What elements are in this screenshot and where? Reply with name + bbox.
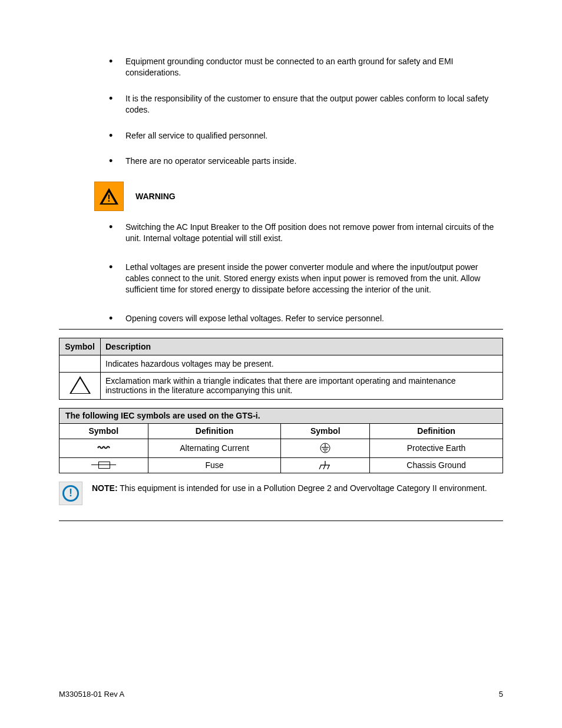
note-label: NOTE: [92,483,118,493]
def-cell: Alternating Current [148,439,281,457]
bullet-group-1: Equipment grounding conductor must be co… [109,56,503,167]
note-block: ! NOTE: This equipment is intended for u… [59,482,503,505]
triangle-icon [70,376,91,394]
footer-page-number: 5 [499,690,503,699]
symbol-cell [281,457,370,473]
protective-earth-icon [319,443,331,452]
symbol-cell [59,355,101,372]
list-item: It is the responsibility of the customer… [109,93,503,116]
note-icon: ! [59,482,82,505]
list-item: Equipment grounding conductor must be co… [109,56,503,78]
list-item: There are no operator serviceable parts … [109,156,503,167]
table-row: Indicates hazardous voltages may be pres… [59,355,503,372]
col-header: Definition [148,423,281,439]
bullet-text: Lethal voltages are present inside the p… [125,262,480,294]
table-header-row: Symbol Description [59,338,503,355]
iec-symbols-table: The following IEC symbols are used on th… [59,408,503,473]
desc-cell: Indicates hazardous voltages may be pres… [101,355,503,372]
table-title: The following IEC symbols are used on th… [59,408,503,423]
bullet-text: It is the responsibility of the customer… [125,94,488,114]
symbol-cell [59,457,148,473]
svg-line-9 [328,465,329,469]
col-header: Symbol [59,338,101,355]
list-item: Switching the AC Input Breaker to the Of… [109,222,503,244]
divider-line [59,329,503,330]
footer-left: M330518-01 Rev A [59,690,124,699]
table-row: 〰 Alternating Current Protective Earth [59,439,503,457]
symbol-cell: 〰 [59,439,148,457]
col-header: Symbol [59,423,148,439]
warning-block: ! WARNING [94,182,503,211]
info-circle-icon: ! [62,485,79,502]
def-cell: Chassis Ground [370,457,503,473]
bullet-text: There are no operator serviceable parts … [125,156,296,166]
list-item: Refer all service to qualified personnel… [109,130,503,141]
chassis-ground-icon [318,460,332,470]
svg-line-8 [323,465,325,469]
symbol-cell [281,439,370,457]
bullet-text: Switching the AC Input Breaker to the Of… [125,222,494,243]
warning-icon: ! [94,182,124,211]
bullet-text: Opening covers will expose lethal voltag… [125,314,384,323]
col-header: Description [101,338,503,355]
note-text: NOTE: This equipment is intended for use… [92,482,487,495]
hazard-explanation-table: Symbol Description Indicates hazardous v… [59,338,503,400]
list-item: Opening covers will expose lethal voltag… [109,313,503,324]
bullet-group-2: Switching the AC Input Breaker to the Of… [109,222,503,324]
def-cell: Fuse [148,457,281,473]
table-title-row: The following IEC symbols are used on th… [59,408,503,423]
def-cell: Protective Earth [370,439,503,457]
list-item: Lethal voltages are present inside the p… [109,262,503,295]
table-header-row: Symbol Definition Symbol Definition [59,423,503,439]
page-footer: M330518-01 Rev A 5 [59,690,503,699]
note-body: This equipment is intended for use in a … [120,483,487,493]
table-row: Fuse Chassis Ground [59,457,503,473]
document-page: Equipment grounding conductor must be co… [0,0,562,728]
table-row: Exclamation mark within a triangle indic… [59,372,503,399]
divider-line [59,521,503,521]
svg-line-7 [319,465,321,469]
bullet-text: Equipment grounding conductor must be co… [125,57,453,77]
bullet-text: Refer all service to qualified personnel… [125,131,267,140]
col-header: Symbol [281,423,370,439]
ac-icon: 〰 [98,442,110,454]
warning-label: WARNING [135,192,176,201]
col-header: Definition [370,423,503,439]
symbol-cell [59,372,101,399]
fuse-icon [91,461,116,468]
desc-cell: Exclamation mark within a triangle indic… [101,372,503,399]
